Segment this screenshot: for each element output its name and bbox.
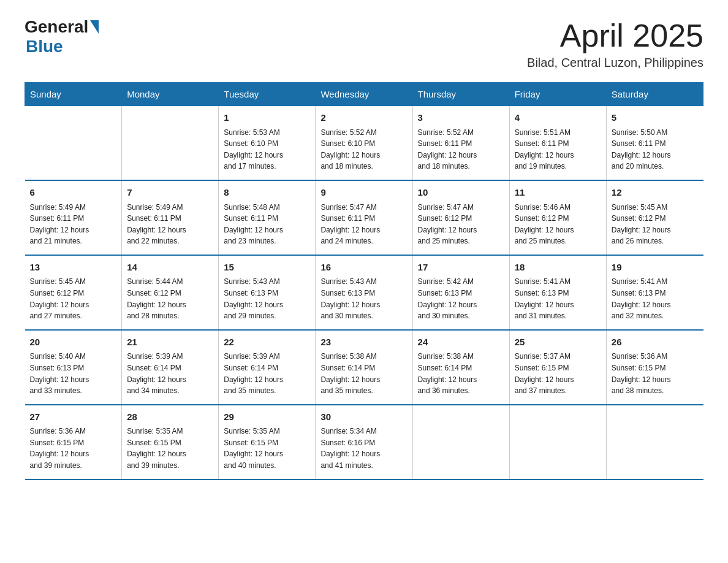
day-info: Sunrise: 5:47 AM Sunset: 6:12 PM Dayligh… bbox=[418, 202, 504, 247]
calendar-cell: 11Sunrise: 5:46 AM Sunset: 6:12 PM Dayli… bbox=[509, 180, 606, 255]
day-info: Sunrise: 5:52 AM Sunset: 6:10 PM Dayligh… bbox=[320, 127, 407, 172]
calendar-cell: 1Sunrise: 5:53 AM Sunset: 6:10 PM Daylig… bbox=[219, 106, 316, 180]
day-info: Sunrise: 5:45 AM Sunset: 6:12 PM Dayligh… bbox=[612, 202, 699, 247]
month-year-title: April 2025 bbox=[527, 18, 703, 53]
weekday-header-tuesday: Tuesday bbox=[219, 83, 316, 106]
day-number: 19 bbox=[612, 261, 699, 275]
calendar-cell: 3Sunrise: 5:52 AM Sunset: 6:11 PM Daylig… bbox=[412, 106, 509, 180]
calendar-cell: 20Sunrise: 5:40 AM Sunset: 6:13 PM Dayli… bbox=[25, 330, 122, 405]
day-number: 30 bbox=[320, 410, 407, 424]
day-number: 18 bbox=[515, 261, 601, 275]
day-info: Sunrise: 5:39 AM Sunset: 6:14 PM Dayligh… bbox=[224, 351, 310, 396]
calendar-week-row: 1Sunrise: 5:53 AM Sunset: 6:10 PM Daylig… bbox=[25, 106, 703, 180]
day-number: 24 bbox=[418, 335, 504, 350]
day-number: 8 bbox=[224, 186, 310, 200]
day-info: Sunrise: 5:52 AM Sunset: 6:11 PM Dayligh… bbox=[418, 127, 504, 172]
day-number: 6 bbox=[30, 186, 117, 200]
weekday-header-monday: Monday bbox=[122, 83, 219, 106]
day-info: Sunrise: 5:45 AM Sunset: 6:12 PM Dayligh… bbox=[30, 276, 117, 321]
day-info: Sunrise: 5:40 AM Sunset: 6:13 PM Dayligh… bbox=[30, 351, 117, 396]
calendar-cell: 27Sunrise: 5:36 AM Sunset: 6:15 PM Dayli… bbox=[25, 405, 122, 480]
calendar-cell bbox=[509, 405, 606, 480]
calendar-cell: 21Sunrise: 5:39 AM Sunset: 6:14 PM Dayli… bbox=[122, 330, 219, 405]
calendar-cell: 6Sunrise: 5:49 AM Sunset: 6:11 PM Daylig… bbox=[25, 180, 122, 255]
day-number: 14 bbox=[127, 261, 213, 275]
title-area: April 2025 Bilad, Central Luzon, Philipp… bbox=[527, 18, 703, 70]
page-header: General Blue April 2025 Bilad, Central L… bbox=[25, 18, 703, 70]
day-info: Sunrise: 5:39 AM Sunset: 6:14 PM Dayligh… bbox=[127, 351, 213, 396]
calendar-cell: 13Sunrise: 5:45 AM Sunset: 6:12 PM Dayli… bbox=[25, 255, 122, 330]
calendar-cell bbox=[606, 405, 703, 480]
calendar-cell: 16Sunrise: 5:43 AM Sunset: 6:13 PM Dayli… bbox=[316, 255, 412, 330]
day-info: Sunrise: 5:51 AM Sunset: 6:11 PM Dayligh… bbox=[515, 127, 601, 172]
day-number: 10 bbox=[418, 186, 504, 200]
day-number: 27 bbox=[30, 410, 117, 424]
day-info: Sunrise: 5:43 AM Sunset: 6:13 PM Dayligh… bbox=[320, 276, 407, 321]
day-info: Sunrise: 5:35 AM Sunset: 6:15 PM Dayligh… bbox=[224, 426, 310, 471]
day-info: Sunrise: 5:43 AM Sunset: 6:13 PM Dayligh… bbox=[224, 276, 310, 321]
day-number: 20 bbox=[30, 335, 117, 350]
day-info: Sunrise: 5:41 AM Sunset: 6:13 PM Dayligh… bbox=[515, 276, 601, 321]
calendar-week-row: 6Sunrise: 5:49 AM Sunset: 6:11 PM Daylig… bbox=[25, 180, 703, 255]
calendar-cell: 25Sunrise: 5:37 AM Sunset: 6:15 PM Dayli… bbox=[509, 330, 606, 405]
day-info: Sunrise: 5:35 AM Sunset: 6:15 PM Dayligh… bbox=[127, 426, 213, 471]
calendar-cell: 4Sunrise: 5:51 AM Sunset: 6:11 PM Daylig… bbox=[509, 106, 606, 180]
day-number: 2 bbox=[320, 111, 407, 125]
day-number: 7 bbox=[127, 186, 213, 200]
logo-blue-text: Blue bbox=[26, 37, 63, 56]
day-info: Sunrise: 5:50 AM Sunset: 6:11 PM Dayligh… bbox=[612, 127, 699, 172]
calendar-cell: 9Sunrise: 5:47 AM Sunset: 6:11 PM Daylig… bbox=[316, 180, 412, 255]
day-number: 23 bbox=[320, 335, 407, 350]
calendar-cell: 19Sunrise: 5:41 AM Sunset: 6:13 PM Dayli… bbox=[606, 255, 703, 330]
day-number: 28 bbox=[127, 410, 213, 424]
calendar-cell: 23Sunrise: 5:38 AM Sunset: 6:14 PM Dayli… bbox=[316, 330, 412, 405]
day-number: 17 bbox=[418, 261, 504, 275]
calendar-cell: 28Sunrise: 5:35 AM Sunset: 6:15 PM Dayli… bbox=[122, 405, 219, 480]
weekday-header-sunday: Sunday bbox=[25, 83, 122, 106]
day-number: 13 bbox=[30, 261, 117, 275]
day-info: Sunrise: 5:36 AM Sunset: 6:15 PM Dayligh… bbox=[612, 351, 699, 396]
calendar-cell: 17Sunrise: 5:42 AM Sunset: 6:13 PM Dayli… bbox=[412, 255, 509, 330]
day-info: Sunrise: 5:49 AM Sunset: 6:11 PM Dayligh… bbox=[30, 202, 117, 247]
calendar-body: 1Sunrise: 5:53 AM Sunset: 6:10 PM Daylig… bbox=[25, 106, 703, 480]
calendar-cell bbox=[122, 106, 219, 180]
day-number: 15 bbox=[224, 261, 310, 275]
day-info: Sunrise: 5:41 AM Sunset: 6:13 PM Dayligh… bbox=[612, 276, 699, 321]
calendar-cell: 12Sunrise: 5:45 AM Sunset: 6:12 PM Dayli… bbox=[606, 180, 703, 255]
calendar-cell: 29Sunrise: 5:35 AM Sunset: 6:15 PM Dayli… bbox=[219, 405, 316, 480]
calendar-table: SundayMondayTuesdayWednesdayThursdayFrid… bbox=[25, 82, 703, 480]
weekday-header-thursday: Thursday bbox=[412, 83, 509, 106]
location-subtitle: Bilad, Central Luzon, Philippines bbox=[527, 56, 703, 70]
calendar-cell: 30Sunrise: 5:34 AM Sunset: 6:16 PM Dayli… bbox=[316, 405, 412, 480]
calendar-cell: 26Sunrise: 5:36 AM Sunset: 6:15 PM Dayli… bbox=[606, 330, 703, 405]
calendar-cell bbox=[25, 106, 122, 180]
calendar-cell: 8Sunrise: 5:48 AM Sunset: 6:11 PM Daylig… bbox=[219, 180, 316, 255]
day-info: Sunrise: 5:53 AM Sunset: 6:10 PM Dayligh… bbox=[224, 127, 310, 172]
day-number: 25 bbox=[515, 335, 601, 350]
calendar-cell: 24Sunrise: 5:38 AM Sunset: 6:14 PM Dayli… bbox=[412, 330, 509, 405]
calendar-week-row: 27Sunrise: 5:36 AM Sunset: 6:15 PM Dayli… bbox=[25, 405, 703, 480]
calendar-cell: 2Sunrise: 5:52 AM Sunset: 6:10 PM Daylig… bbox=[316, 106, 412, 180]
day-number: 4 bbox=[515, 111, 601, 125]
weekday-header-saturday: Saturday bbox=[606, 83, 703, 106]
day-number: 12 bbox=[612, 186, 699, 200]
day-info: Sunrise: 5:49 AM Sunset: 6:11 PM Dayligh… bbox=[127, 202, 213, 247]
calendar-week-row: 20Sunrise: 5:40 AM Sunset: 6:13 PM Dayli… bbox=[25, 330, 703, 405]
day-info: Sunrise: 5:44 AM Sunset: 6:12 PM Dayligh… bbox=[127, 276, 213, 321]
calendar-cell: 5Sunrise: 5:50 AM Sunset: 6:11 PM Daylig… bbox=[606, 106, 703, 180]
weekday-header-friday: Friday bbox=[509, 83, 606, 106]
day-info: Sunrise: 5:47 AM Sunset: 6:11 PM Dayligh… bbox=[320, 202, 407, 247]
day-number: 22 bbox=[224, 335, 310, 350]
calendar-header: SundayMondayTuesdayWednesdayThursdayFrid… bbox=[25, 83, 703, 106]
day-info: Sunrise: 5:38 AM Sunset: 6:14 PM Dayligh… bbox=[418, 351, 504, 396]
day-info: Sunrise: 5:37 AM Sunset: 6:15 PM Dayligh… bbox=[515, 351, 601, 396]
calendar-cell: 7Sunrise: 5:49 AM Sunset: 6:11 PM Daylig… bbox=[122, 180, 219, 255]
calendar-cell: 22Sunrise: 5:39 AM Sunset: 6:14 PM Dayli… bbox=[219, 330, 316, 405]
weekday-header-wednesday: Wednesday bbox=[316, 83, 412, 106]
day-number: 3 bbox=[418, 111, 504, 125]
calendar-week-row: 13Sunrise: 5:45 AM Sunset: 6:12 PM Dayli… bbox=[25, 255, 703, 330]
day-info: Sunrise: 5:48 AM Sunset: 6:11 PM Dayligh… bbox=[224, 202, 310, 247]
weekday-header-row: SundayMondayTuesdayWednesdayThursdayFrid… bbox=[25, 83, 703, 106]
calendar-cell bbox=[412, 405, 509, 480]
logo-general-text: General bbox=[25, 18, 88, 36]
